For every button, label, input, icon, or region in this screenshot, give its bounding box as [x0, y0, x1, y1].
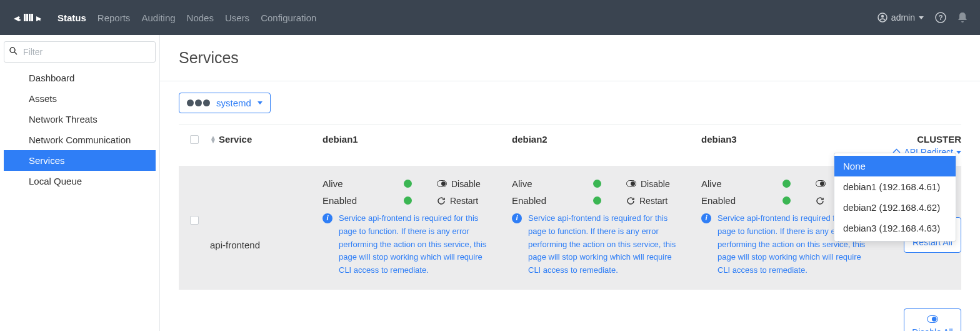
- nav-nodes[interactable]: Nodes: [187, 13, 214, 23]
- disable-button[interactable]: Disable: [626, 179, 670, 189]
- status-dot-green: [782, 180, 791, 188]
- toggle-icon: [927, 314, 938, 325]
- status-enabled-label: Enabled: [701, 195, 782, 206]
- api-redirect-menu: None debian1 (192.168.4.61) debian2 (192…: [834, 153, 956, 242]
- toggle-icon: [626, 180, 636, 187]
- status-alive-label: Alive: [322, 178, 404, 189]
- chevron-down-icon: [956, 151, 961, 154]
- nav-items: Status Reports Auditing Nodes Users Conf…: [58, 13, 316, 23]
- warning-text: i Service api-frontend is required for t…: [322, 212, 497, 277]
- svg-point-12: [441, 181, 446, 186]
- svg-rect-3: [31, 14, 33, 21]
- user-label: admin: [891, 13, 915, 23]
- content: Services systemd ▲▼ Service debian1 debi…: [160, 35, 980, 331]
- bell-icon[interactable]: [958, 12, 968, 23]
- toggle-icon: [437, 180, 447, 187]
- status-alive-label: Alive: [701, 178, 782, 189]
- disable-button[interactable]: [816, 180, 826, 187]
- dots-icon: [187, 99, 210, 106]
- toggle-icon: [816, 180, 826, 187]
- chevron-down-icon: [919, 16, 924, 19]
- restart-icon: [626, 196, 635, 205]
- svg-text:?: ?: [939, 14, 943, 21]
- status-enabled-label: Enabled: [322, 195, 404, 206]
- filter-input[interactable]: [4, 41, 156, 63]
- svg-point-16: [820, 181, 824, 186]
- search-icon: [9, 47, 18, 57]
- nav-configuration[interactable]: Configuration: [261, 13, 316, 23]
- svg-point-8: [10, 48, 15, 53]
- row-checkbox[interactable]: [190, 216, 199, 225]
- sidebar-item-dashboard[interactable]: Dashboard: [4, 68, 156, 88]
- restart-button[interactable]: [816, 196, 824, 205]
- restart-icon: [816, 196, 824, 205]
- svg-point-14: [631, 181, 635, 186]
- user-menu[interactable]: admin: [878, 13, 924, 23]
- dd-item-none[interactable]: None: [834, 156, 956, 176]
- table-header: ▲▼ Service debian1 debian2 debian3 CLUST…: [179, 125, 961, 166]
- status-dot-green: [404, 196, 412, 205]
- svg-point-5: [881, 15, 884, 18]
- nav-status[interactable]: Status: [58, 13, 86, 23]
- status-dot-green: [593, 180, 601, 188]
- disable-button[interactable]: Disable: [437, 179, 481, 189]
- info-icon: i: [512, 213, 522, 223]
- help-icon[interactable]: ?: [935, 12, 946, 23]
- warning-text: i Service api-frontend is required for t…: [512, 212, 686, 277]
- svg-rect-2: [29, 14, 31, 21]
- status-enabled-label: Enabled: [512, 195, 593, 206]
- th-node-2: debian2: [512, 134, 548, 145]
- page-title: Services: [179, 49, 961, 67]
- restart-button[interactable]: Restart: [437, 196, 478, 206]
- sidebar-item-assets[interactable]: Assets: [4, 88, 156, 109]
- chevron-down-icon: [258, 101, 262, 104]
- select-all-checkbox[interactable]: [190, 135, 199, 144]
- sidebar-item-local-queue[interactable]: Local Queue: [4, 171, 156, 191]
- svg-point-18: [932, 317, 937, 322]
- sidebar-item-services[interactable]: Services: [4, 150, 156, 171]
- sidebar: Dashboard Assets Network Threats Network…: [0, 35, 160, 331]
- status-dot-green: [593, 196, 601, 205]
- dd-item-debian1[interactable]: debian1 (192.168.4.61): [834, 176, 956, 197]
- cell-node-2: Alive Disable Enabled Restart: [512, 178, 701, 277]
- cell-node-1: Alive Disable Enabled Restart: [322, 178, 512, 277]
- svg-line-9: [14, 52, 17, 54]
- nav-users[interactable]: Users: [225, 13, 249, 23]
- disable-all-button[interactable]: Disable All: [904, 308, 961, 331]
- restart-button[interactable]: Restart: [626, 196, 668, 206]
- th-node-3: debian3: [701, 134, 737, 145]
- nav-right: admin ?: [878, 12, 968, 23]
- svg-rect-0: [24, 14, 26, 21]
- svg-rect-1: [26, 14, 28, 21]
- nav-auditing[interactable]: Auditing: [141, 13, 175, 23]
- status-dot-green: [404, 180, 412, 188]
- th-service[interactable]: Service: [219, 134, 252, 145]
- services-table: ▲▼ Service debian1 debian2 debian3 CLUST…: [179, 125, 961, 290]
- info-icon: i: [701, 213, 711, 223]
- th-node-1: debian1: [322, 134, 358, 145]
- systemd-dropdown[interactable]: systemd: [179, 93, 271, 113]
- nav-reports[interactable]: Reports: [98, 13, 131, 23]
- dd-item-debian2[interactable]: debian2 (192.168.4.62): [834, 197, 956, 218]
- dd-item-debian3[interactable]: debian3 (192.168.4.63): [834, 218, 956, 238]
- status-alive-label: Alive: [512, 178, 593, 189]
- restart-icon: [437, 196, 446, 205]
- top-navbar: Status Reports Auditing Nodes Users Conf…: [0, 0, 980, 35]
- user-icon: [878, 13, 888, 23]
- status-dot-green: [782, 196, 791, 205]
- logo: [12, 10, 45, 25]
- cell-service-name: api-frontend: [210, 178, 322, 277]
- th-cluster: CLUSTER: [917, 134, 961, 145]
- sidebar-item-network-threats[interactable]: Network Threats: [4, 109, 156, 130]
- sort-icon[interactable]: ▲▼: [210, 136, 216, 143]
- info-icon: i: [322, 213, 332, 223]
- systemd-label: systemd: [216, 98, 251, 108]
- sidebar-item-network-communication[interactable]: Network Communication: [4, 130, 156, 150]
